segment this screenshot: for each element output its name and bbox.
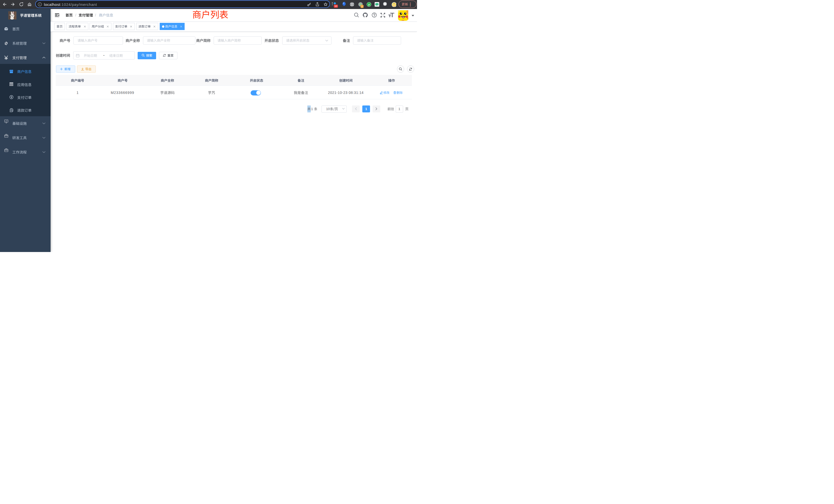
svg-text:y: y [368,3,370,6]
